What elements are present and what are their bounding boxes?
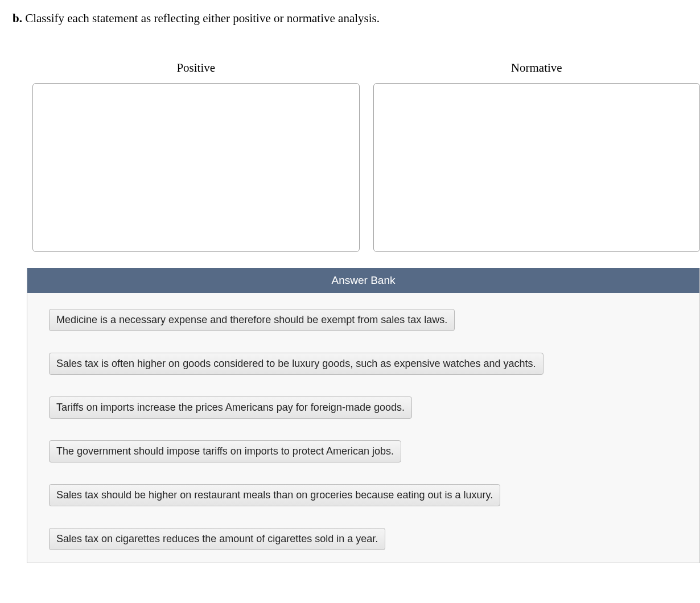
drop-zone-normative[interactable]	[373, 83, 701, 252]
question-prompt: b. Classify each statement as reflecting…	[13, 11, 700, 26]
answer-item[interactable]: The government should impose tariffs on …	[49, 440, 401, 462]
drop-zone-positive-label: Positive	[176, 61, 215, 75]
answer-bank-header: Answer Bank	[27, 268, 699, 293]
answer-item[interactable]: Medicine is a necessary expense and ther…	[49, 309, 455, 331]
question-text: Classify each statement as reflecting ei…	[25, 11, 380, 25]
answer-bank-body: Medicine is a necessary expense and ther…	[27, 293, 699, 563]
drop-zone-positive[interactable]	[32, 83, 360, 252]
drop-zones-container: Positive Normative	[13, 61, 700, 252]
drop-zone-positive-container: Positive	[32, 61, 360, 252]
answer-bank: Answer Bank Medicine is a necessary expe…	[27, 268, 700, 563]
question-part-label: b.	[13, 11, 22, 25]
answer-item[interactable]: Tariffs on imports increase the prices A…	[49, 397, 412, 419]
answer-item[interactable]: Sales tax should be higher on restaurant…	[49, 484, 500, 506]
answer-item[interactable]: Sales tax is often higher on goods consi…	[49, 353, 543, 375]
answer-item[interactable]: Sales tax on cigarettes reduces the amou…	[49, 528, 385, 550]
drop-zone-normative-container: Normative	[373, 61, 701, 252]
drop-zone-normative-label: Normative	[511, 61, 562, 75]
